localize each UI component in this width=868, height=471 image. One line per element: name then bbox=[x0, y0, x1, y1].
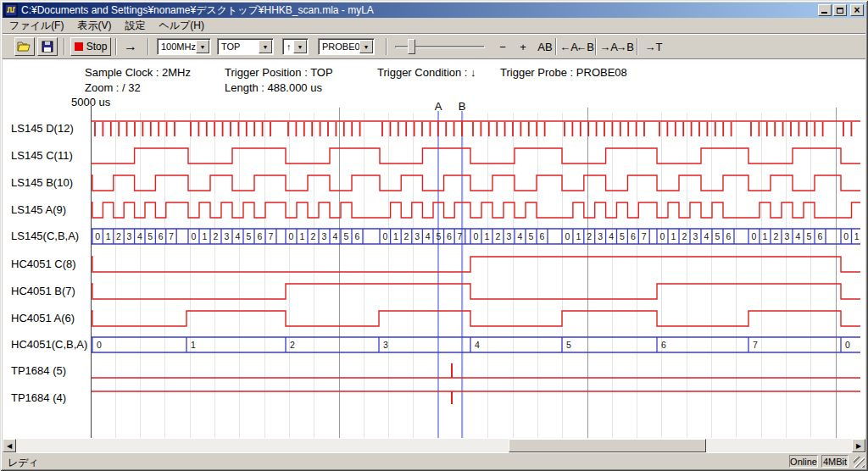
chevron-down-icon[interactable]: ▼ bbox=[259, 40, 272, 53]
run-arrow-icon: → bbox=[124, 39, 137, 54]
toolbar-separator bbox=[64, 38, 65, 55]
maximize-icon bbox=[837, 8, 843, 14]
resize-grip[interactable] bbox=[854, 457, 865, 468]
length-info: Length : 488.000 us bbox=[225, 81, 322, 94]
marker-a-label[interactable]: A bbox=[432, 100, 444, 113]
close-button[interactable]: × bbox=[850, 4, 864, 16]
horizontal-scrollbar[interactable]: ◀ ▶ bbox=[3, 439, 865, 452]
marker-b-label[interactable]: B bbox=[456, 100, 468, 113]
toolbar: Stop → 100MHz ▼ TOP ▼ ↑ ▼ PROBE00 ▼ − + bbox=[3, 33, 865, 58]
menu-settings[interactable]: 設定 bbox=[118, 17, 152, 35]
close-icon: × bbox=[854, 6, 860, 14]
toolbar-separator bbox=[115, 38, 117, 55]
title-bar[interactable]: C:¥Documents and Settings¥noname¥デスクトップ¥… bbox=[3, 3, 865, 18]
menu-help[interactable]: ヘルプ(H) bbox=[152, 17, 211, 35]
app-icon bbox=[4, 3, 18, 17]
ab-button[interactable]: AB bbox=[534, 39, 556, 54]
trigger-edge-combo[interactable]: ↑ ▼ bbox=[282, 38, 309, 55]
trigger-position-value: TOP bbox=[218, 42, 259, 52]
maximize-button[interactable] bbox=[833, 4, 847, 16]
probe-value: PROBE00 bbox=[319, 42, 359, 52]
chevron-down-icon[interactable]: ▼ bbox=[359, 40, 373, 53]
window-title: C:¥Documents and Settings¥noname¥デスクトップ¥… bbox=[21, 3, 816, 18]
scroll-right-button[interactable]: ▶ bbox=[852, 439, 865, 452]
stop-button[interactable]: Stop bbox=[70, 37, 111, 56]
probe-combo[interactable]: PROBE00 ▼ bbox=[318, 38, 375, 55]
zoom-info: Zoom : / 32 bbox=[85, 81, 141, 94]
waveform-panel: Sample Clock : 2MHz Trigger Position : T… bbox=[3, 58, 865, 439]
trigger-position-info: Trigger Position : TOP bbox=[225, 66, 333, 79]
stop-icon bbox=[75, 42, 83, 51]
run-button[interactable]: → bbox=[120, 37, 141, 56]
status-text: レディ bbox=[8, 456, 39, 470]
save-button[interactable] bbox=[37, 37, 58, 56]
right-b-button[interactable]: →B bbox=[615, 39, 634, 54]
toolbar-separator bbox=[595, 38, 597, 55]
toolbar-separator bbox=[147, 38, 149, 55]
online-indicator: Online bbox=[789, 455, 818, 468]
zoom-out-button[interactable]: − bbox=[494, 39, 511, 54]
toolbar-separator bbox=[386, 38, 387, 55]
trigger-edge-value: ↑ bbox=[283, 42, 293, 52]
scroll-left-button[interactable]: ◀ bbox=[3, 439, 16, 452]
menu-bar: ファイル(F) 表示(V) 設定 ヘルプ(H) bbox=[3, 18, 865, 33]
floppy-icon bbox=[42, 41, 53, 53]
menu-view[interactable]: 表示(V) bbox=[70, 17, 118, 35]
open-folder-icon bbox=[17, 41, 32, 53]
menu-file[interactable]: ファイル(F) bbox=[3, 17, 70, 35]
minimize-button[interactable] bbox=[818, 4, 832, 16]
left-b-button[interactable]: ←B bbox=[576, 39, 594, 54]
trigger-condition-info: Trigger Condition : ↓ bbox=[377, 66, 476, 79]
chevron-down-icon[interactable]: ▼ bbox=[293, 40, 307, 53]
app-window: C:¥Documents and Settings¥noname¥デスクトップ¥… bbox=[0, 0, 868, 471]
memory-indicator: 4MBit bbox=[821, 455, 849, 468]
toolbar-separator bbox=[555, 38, 557, 55]
goto-trigger-button[interactable]: →T bbox=[643, 39, 664, 54]
sample-clock-info: Sample Clock : 2MHz bbox=[85, 66, 191, 79]
status-bar: レディ Online 4MBit bbox=[3, 452, 865, 468]
sample-clock-value: 100MHz bbox=[158, 42, 196, 52]
open-button[interactable] bbox=[14, 37, 35, 56]
chevron-down-icon[interactable]: ▼ bbox=[196, 40, 209, 53]
zoom-in-button[interactable]: + bbox=[515, 39, 531, 54]
scrollbar-thumb[interactable] bbox=[509, 439, 706, 452]
stop-label: Stop bbox=[86, 41, 108, 53]
zoom-slider[interactable] bbox=[395, 38, 485, 55]
toolbar-separator bbox=[637, 38, 638, 55]
time-scale-label: 5000 us bbox=[71, 96, 110, 108]
minimize-icon bbox=[821, 12, 827, 14]
trigger-probe-info: Trigger Probe : PROBE08 bbox=[500, 66, 627, 79]
sample-clock-combo[interactable]: 100MHz ▼ bbox=[157, 38, 211, 55]
slider-thumb[interactable] bbox=[408, 39, 415, 54]
trigger-position-combo[interactable]: TOP ▼ bbox=[217, 38, 274, 55]
